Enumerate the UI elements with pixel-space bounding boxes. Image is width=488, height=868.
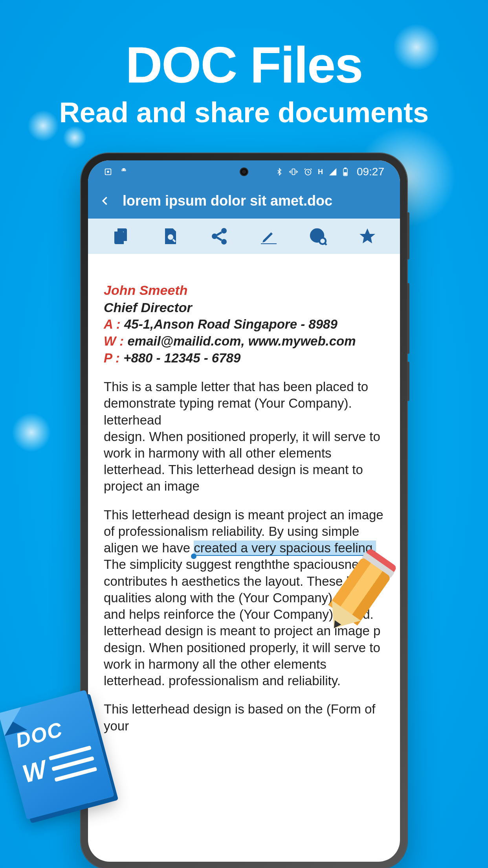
phone-side-button <box>407 283 409 354</box>
phone-camera <box>240 167 248 176</box>
favorite-button[interactable] <box>357 226 378 247</box>
sparkle-decor <box>12 413 51 452</box>
svg-point-18 <box>319 238 326 244</box>
svg-point-13 <box>168 234 173 240</box>
phone-side-button <box>407 362 409 401</box>
signal-type-label: H <box>318 168 323 176</box>
alarm-icon <box>304 167 312 176</box>
svg-rect-12 <box>344 173 347 175</box>
usb-icon <box>104 167 112 176</box>
battery-icon <box>343 167 348 176</box>
contact-role: Chief Director <box>104 299 384 316</box>
copy-button[interactable] <box>110 226 131 247</box>
bluetooth-icon <box>275 167 283 177</box>
paragraph-1: This is a sample letter that has been pl… <box>104 379 384 495</box>
phone-label: P : <box>104 351 120 365</box>
toolbar <box>88 219 400 254</box>
svg-point-2 <box>122 169 123 170</box>
web-value: email@mailid.com, www.myweb.com <box>127 334 356 348</box>
address-value: 45-1,Anson Road Singapore - 8989 <box>124 317 338 331</box>
contact-phone: P : +880 - 12345 - 6789 <box>104 350 384 367</box>
sparkle-decor <box>28 110 59 142</box>
search-in-doc-button[interactable] <box>159 226 181 247</box>
svg-point-3 <box>125 169 125 170</box>
share-button[interactable] <box>209 226 230 247</box>
phone-side-button <box>407 212 409 259</box>
document-filename: lorem ipsum dolor sit amet.doc <box>123 193 332 209</box>
address-label: A : <box>104 317 121 331</box>
contact-name: John Smeeth <box>104 281 384 299</box>
doc-badge-w: W <box>19 754 50 789</box>
selected-text[interactable]: created a very spacious feeling. <box>194 541 376 556</box>
svg-point-1 <box>107 171 109 173</box>
phone-value: +880 - 12345 - 6789 <box>123 351 240 365</box>
web-label: W : <box>104 334 124 348</box>
sparkle-decor <box>393 24 440 71</box>
web-search-button[interactable] <box>307 226 329 247</box>
sparkle-decor <box>63 126 86 149</box>
vibrate-icon <box>289 167 298 176</box>
paragraph-3: This letterhead design is based on the (… <box>104 701 384 734</box>
contact-web: W : email@mailid.com, www.myweb.com <box>104 333 384 350</box>
svg-rect-11 <box>345 168 346 169</box>
phone-frame: H 09:27 lorem ipsum dolor sit amet.doc <box>81 153 407 868</box>
svg-point-16 <box>221 239 227 245</box>
highlight-button[interactable] <box>258 226 279 247</box>
contact-address: A : 45-1,Anson Road Singapore - 8989 <box>104 316 384 333</box>
clock-time: 09:27 <box>357 166 384 178</box>
signal-icon <box>328 167 337 176</box>
svg-point-14 <box>221 228 227 234</box>
document-body[interactable]: John Smeeth Chief Director A : 45-1,Anso… <box>88 254 400 746</box>
app-bar: lorem ipsum dolor sit amet.doc <box>88 183 400 219</box>
android-icon <box>119 167 128 176</box>
back-button[interactable] <box>100 191 111 210</box>
svg-rect-4 <box>292 169 295 175</box>
